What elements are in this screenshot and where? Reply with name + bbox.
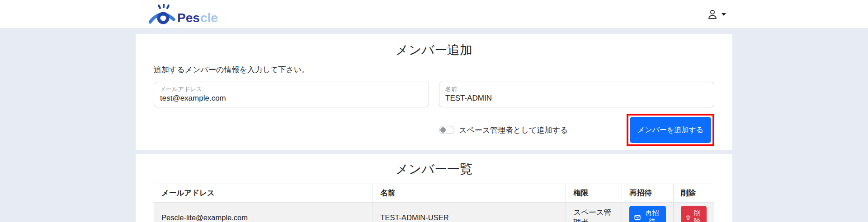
- trash-icon: [686, 214, 690, 221]
- admin-toggle-switch[interactable]: [439, 126, 454, 134]
- member-table: メールアドレス 名前 権限 再招待 削除 Pescle-lite@example…: [154, 184, 714, 222]
- pescle-logo[interactable]: Pes cle: [149, 4, 220, 25]
- mail-icon: [634, 214, 641, 221]
- red-highlight-annotation: メンバーを追加する: [627, 114, 714, 146]
- admin-toggle-group[interactable]: スペース管理者として追加する: [439, 125, 568, 135]
- email-field-label: メールアドレス: [160, 85, 423, 93]
- user-menu-button[interactable]: [706, 7, 727, 22]
- chevron-down-icon: [722, 13, 726, 16]
- reinvite-button[interactable]: 再招待: [629, 206, 666, 222]
- cell-delete: 削除: [673, 203, 714, 222]
- toggle-knob: [440, 127, 446, 133]
- logo-text-primary: Pes: [177, 11, 200, 25]
- logo-text-secondary: cle: [200, 11, 218, 25]
- pescle-eye-icon: Pes cle: [149, 4, 220, 25]
- table-row: Pescle-lite@example.com TEST-ADMIN-USER …: [154, 203, 714, 222]
- top-navigation-bar: Pes cle: [0, 0, 868, 29]
- header-role: 権限: [566, 184, 622, 203]
- controls-row: スペース管理者として追加する メンバーを追加する: [154, 114, 714, 146]
- cell-reinvite: 再招待: [622, 203, 674, 222]
- name-input[interactable]: [445, 93, 708, 103]
- controls-actions: スペース管理者として追加する メンバーを追加する: [439, 114, 714, 146]
- header-reinvite: 再招待: [622, 184, 674, 203]
- cell-email: Pescle-lite@example.com: [154, 203, 373, 222]
- add-member-instruction: 追加するメンバーの情報を入力して下さい。: [154, 65, 714, 75]
- page-content: メンバー追加 追加するメンバーの情報を入力して下さい。 メールアドレス 名前 ス…: [0, 29, 868, 222]
- delete-button[interactable]: 削除: [681, 206, 707, 222]
- member-table-header-row: メールアドレス 名前 権限 再招待 削除: [154, 184, 714, 203]
- name-field[interactable]: 名前: [439, 82, 714, 107]
- cell-name: TEST-ADMIN-USER: [373, 203, 566, 222]
- name-field-label: 名前: [445, 85, 708, 93]
- person-icon: [707, 9, 718, 20]
- admin-toggle-label: スペース管理者として追加する: [459, 125, 568, 135]
- add-member-card: メンバー追加 追加するメンバーの情報を入力して下さい。 メールアドレス 名前 ス…: [136, 34, 732, 150]
- header-email: メールアドレス: [154, 184, 373, 203]
- email-field[interactable]: メールアドレス: [154, 82, 429, 107]
- delete-button-label: 削除: [693, 209, 702, 222]
- member-list-title: メンバー一覧: [154, 160, 714, 178]
- cell-role: スペース管理者: [566, 203, 622, 222]
- member-fields-row: メールアドレス 名前: [154, 82, 714, 107]
- member-list-card: メンバー一覧 メールアドレス 名前 権限 再招待 削除 Pescle-lite@…: [136, 154, 732, 222]
- header-delete: 削除: [673, 184, 714, 203]
- add-member-title: メンバー追加: [154, 41, 714, 59]
- reinvite-button-label: 再招待: [643, 209, 661, 222]
- controls-spacer: [154, 114, 429, 146]
- add-member-button[interactable]: メンバーを追加する: [630, 117, 711, 143]
- email-input[interactable]: [160, 93, 423, 103]
- header-name: 名前: [373, 184, 566, 203]
